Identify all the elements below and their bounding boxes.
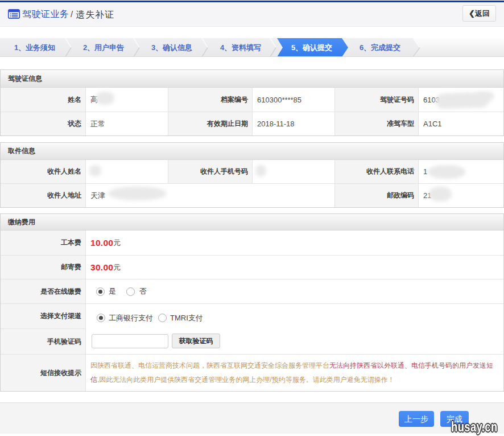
svg-text:2、用户申告: 2、用户申告 [83,43,124,52]
svg-text:1、业务须知: 1、业务须知 [14,43,55,52]
svg-text:4、资料填写: 4、资料填写 [220,43,261,52]
svg-text:5、确认提交: 5、确认提交 [291,43,332,52]
svg-text:3、确认信息: 3、确认信息 [151,43,192,52]
svg-text:6、完成提交: 6、完成提交 [360,43,400,52]
